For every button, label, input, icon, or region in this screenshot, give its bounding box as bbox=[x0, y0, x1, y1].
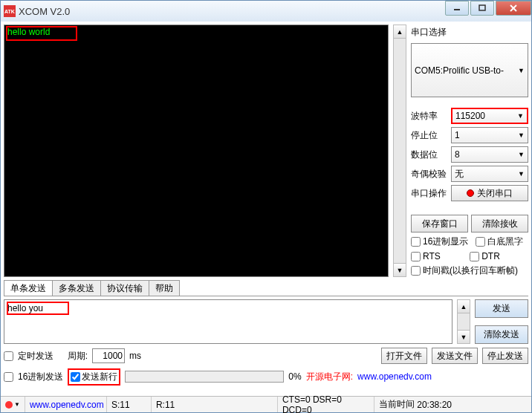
window-title: XCOM V2.0 bbox=[19, 6, 444, 17]
maximize-button[interactable] bbox=[470, 1, 494, 16]
progress-percent: 0% bbox=[288, 371, 301, 382]
app-icon: ATK bbox=[4, 5, 16, 17]
chevron-down-icon: ▼ bbox=[517, 112, 524, 120]
status-time: 20:38:20 bbox=[417, 400, 452, 410]
minimize-button[interactable] bbox=[445, 1, 469, 16]
dtr-checkbox[interactable] bbox=[470, 252, 479, 261]
databit-label: 数据位 bbox=[411, 149, 448, 161]
clear-send-button[interactable]: 清除发送 bbox=[475, 325, 528, 344]
status-recv: R:11 bbox=[152, 397, 278, 412]
tab-help[interactable]: 帮助 bbox=[149, 280, 180, 296]
stop-send-button[interactable]: 停止发送 bbox=[482, 348, 528, 364]
status-url[interactable]: www.openedv.com bbox=[30, 400, 104, 410]
progress-bar bbox=[125, 371, 284, 383]
open-file-button[interactable]: 打开文件 bbox=[381, 348, 427, 364]
svg-rect-1 bbox=[479, 5, 485, 10]
tab-bar: 单条发送 多条发送 协议传输 帮助 bbox=[4, 280, 528, 296]
scroll-down-icon[interactable]: ▼ bbox=[458, 330, 470, 343]
save-window-button[interactable]: 保存窗口 bbox=[411, 215, 468, 232]
dropdown-icon[interactable]: ▼ bbox=[14, 401, 20, 408]
scroll-down-icon[interactable]: ▼ bbox=[394, 263, 406, 276]
settings-panel: 串口选择 COM5:Prolific USB-to-▼ 波特率115200▼ 停… bbox=[411, 25, 528, 277]
highlight-box bbox=[6, 26, 77, 41]
chevron-down-icon: ▼ bbox=[518, 151, 525, 158]
close-button[interactable] bbox=[496, 1, 531, 16]
baud-select[interactable]: 115200▼ bbox=[451, 108, 528, 124]
databit-select[interactable]: 8▼ bbox=[451, 146, 528, 163]
receive-terminal[interactable]: hello world bbox=[4, 25, 389, 277]
terminal-scrollbar[interactable]: ▲ ▼ bbox=[393, 25, 406, 277]
close-port-button[interactable]: 关闭串口 bbox=[451, 185, 528, 201]
white-bg-checkbox[interactable] bbox=[476, 237, 485, 247]
status-bar: ▼ www.openedv.com S:11 R:11 CTS=0 DSR=0 … bbox=[1, 396, 531, 412]
scroll-up-icon[interactable]: ▲ bbox=[458, 300, 470, 313]
send-newline-checkbox[interactable] bbox=[71, 372, 80, 382]
clear-receive-button[interactable]: 清除接收 bbox=[471, 215, 528, 232]
link-label: 开源电子网: bbox=[306, 371, 353, 383]
timestamp-checkbox[interactable] bbox=[411, 266, 421, 276]
tab-protocol[interactable]: 协议传输 bbox=[100, 280, 149, 296]
record-icon bbox=[5, 401, 13, 409]
chevron-down-icon: ▼ bbox=[518, 170, 525, 178]
timed-send-checkbox[interactable] bbox=[4, 351, 13, 361]
baud-label: 波特率 bbox=[411, 110, 448, 123]
status-sent: S:11 bbox=[107, 397, 152, 412]
port-select-label: 串口选择 bbox=[411, 26, 528, 39]
chevron-down-icon: ▼ bbox=[518, 67, 525, 74]
tab-multi-send[interactable]: 多条发送 bbox=[52, 280, 101, 296]
port-select[interactable]: COM5:Prolific USB-to-▼ bbox=[411, 43, 528, 97]
status-line: CTS=0 DSR=0 DCD=0 bbox=[278, 397, 374, 412]
send-input[interactable]: hello you bbox=[4, 299, 452, 344]
stopbit-label: 停止位 bbox=[411, 129, 448, 142]
rts-checkbox[interactable] bbox=[411, 252, 421, 261]
parity-select[interactable]: 无▼ bbox=[451, 166, 528, 182]
send-button[interactable]: 发送 bbox=[475, 299, 528, 318]
highlight-box bbox=[7, 302, 69, 315]
port-status-icon bbox=[467, 189, 474, 197]
tab-single-send[interactable]: 单条发送 bbox=[4, 280, 53, 296]
port-op-label: 串口操作 bbox=[411, 187, 448, 200]
parity-label: 奇偶校验 bbox=[411, 168, 448, 181]
hex-display-checkbox[interactable] bbox=[411, 237, 421, 247]
send-scrollbar[interactable]: ▲ ▼ bbox=[457, 299, 470, 344]
stopbit-select[interactable]: 1▼ bbox=[451, 127, 528, 143]
chevron-down-icon: ▼ bbox=[518, 131, 525, 139]
website-link[interactable]: www.openedv.com bbox=[357, 371, 432, 382]
period-input[interactable] bbox=[92, 348, 125, 363]
highlight-box: 发送新行 bbox=[68, 368, 120, 386]
send-file-button[interactable]: 发送文件 bbox=[432, 348, 478, 364]
hex-send-checkbox[interactable] bbox=[4, 372, 13, 382]
scroll-up-icon[interactable]: ▲ bbox=[394, 25, 406, 39]
titlebar: ATK XCOM V2.0 bbox=[1, 1, 531, 22]
